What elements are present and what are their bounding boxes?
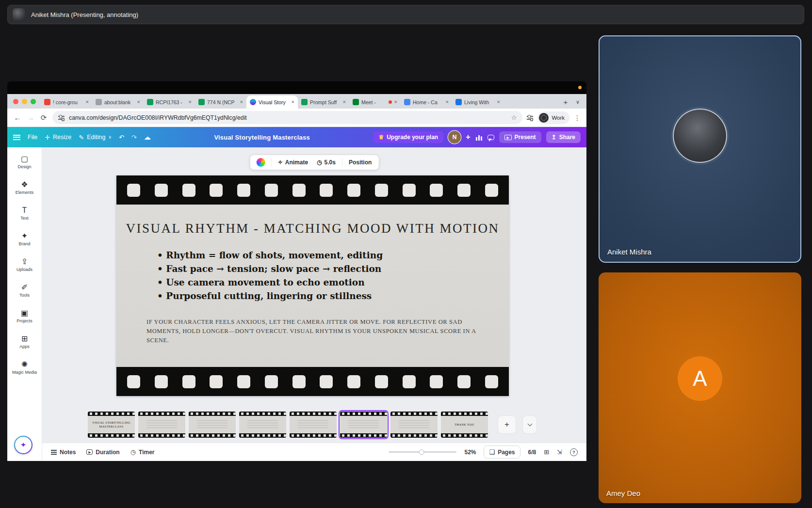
browser-tab[interactable]: Prompt Suff× (298, 95, 349, 109)
redo-button[interactable]: ↷ (131, 134, 137, 141)
expand-pages-button[interactable] (522, 415, 537, 434)
tab-title: Prompt Suff (310, 99, 341, 105)
slide-bullet-list: Rhythm = flow of shots, movement, editin… (157, 249, 509, 303)
sprocket-hole (347, 375, 360, 388)
maximize-window-icon[interactable] (31, 99, 36, 104)
browser-menu-icon[interactable]: ⋮ (574, 114, 581, 122)
tab-search-icon[interactable]: ∨ (572, 95, 584, 109)
video-tile-aniket[interactable]: Aniket Mishra (599, 35, 801, 263)
site-settings-icon[interactable] (58, 115, 65, 120)
profile-chip[interactable]: Work (537, 111, 569, 124)
browser-tab[interactable]: Meet - × (349, 95, 401, 109)
sidebar-item-projects[interactable]: ▣Projects (9, 303, 41, 329)
sidebar-item-elements[interactable]: ❖Elements (9, 175, 41, 201)
url-text[interactable]: canva.com/design/DAGrcOE008I/iRYWRdbfVg6… (69, 114, 507, 121)
sidebar-item-apps[interactable]: ⊞Apps (9, 329, 41, 355)
page-thumbnail[interactable] (390, 412, 438, 438)
tab-favicon-icon (44, 99, 50, 105)
apps-icon: ⊞ (21, 335, 28, 343)
zoom-level[interactable]: 52% (464, 449, 476, 456)
tab-close-icon[interactable]: × (189, 99, 192, 105)
sidebar-item-brand[interactable]: ✦Brand (9, 226, 41, 252)
fullscreen-icon[interactable]: ⇲ (557, 448, 562, 456)
help-button[interactable]: ? (570, 448, 578, 456)
page-thumbnail[interactable]: VISUAL STORYTELLING MASTERCLASS (88, 412, 135, 438)
animate-button[interactable]: ✧ Animate (274, 157, 312, 168)
slide-canvas[interactable]: VISUAL RHYTHM - MATCHING MOOD WITH MOTIO… (116, 175, 509, 396)
tab-close-icon[interactable]: × (343, 99, 346, 105)
thumb-filmstrip-band (138, 412, 185, 416)
browser-tab[interactable]: 774 N (NCP× (195, 95, 246, 109)
sidebar-item-design[interactable]: ▢Design (9, 149, 41, 175)
page-thumbnail[interactable] (138, 412, 185, 438)
tab-close-icon[interactable]: × (137, 99, 140, 105)
sprocket-hole (265, 375, 278, 388)
tab-close-icon[interactable]: × (240, 99, 243, 105)
page-thumbnail[interactable] (290, 412, 337, 438)
page-thumbnail[interactable] (189, 412, 236, 438)
comments-icon[interactable] (487, 135, 494, 140)
undo-button[interactable]: ↶ (119, 134, 124, 141)
zoom-slider-knob[interactable] (419, 449, 424, 455)
tab-favicon-icon (301, 99, 308, 105)
browser-tab[interactable]: RCPI1763 -× (144, 95, 195, 109)
editing-mode-dropdown[interactable]: ✎ Editing ∨ (79, 134, 112, 141)
extensions-icon[interactable] (527, 115, 533, 120)
resize-button[interactable]: ✛ Resize (45, 134, 71, 141)
page-thumbnail[interactable] (340, 412, 387, 438)
brand-icon: ✦ (21, 232, 28, 240)
uploads-icon: ⇪ (21, 258, 28, 266)
duration-panel-button[interactable]: ▶ Duration (86, 449, 119, 456)
minimize-window-icon[interactable] (22, 99, 27, 104)
zoom-slider[interactable] (389, 451, 456, 453)
sidebar-item-magic-media[interactable]: ✺Magic Media (9, 355, 41, 381)
browser-tab[interactable]: Living With× (452, 95, 503, 109)
sidebar-item-tools[interactable]: ✐Tools (9, 278, 41, 303)
share-button[interactable]: ↥ Share (546, 131, 581, 143)
thumb-content (340, 416, 387, 433)
pages-button[interactable]: ❏ Pages (484, 445, 520, 459)
browser-tab[interactable]: about:blank× (92, 95, 144, 109)
undo-icon: ↶ (119, 134, 124, 141)
present-button[interactable]: ▶ Present (499, 131, 541, 143)
thumb-text-lines (247, 420, 278, 429)
tab-close-icon[interactable]: × (497, 99, 500, 105)
back-icon[interactable]: ← (13, 113, 22, 122)
new-tab-button[interactable]: + (559, 95, 572, 109)
sidebar-item-uploads[interactable]: ⇪Uploads (9, 252, 41, 278)
sidebar-item-text[interactable]: TText (9, 201, 41, 226)
invite-member-button[interactable]: + (466, 133, 470, 142)
timer-button[interactable]: ◷ Timer (130, 448, 155, 456)
insights-chart-icon[interactable] (475, 134, 483, 141)
grid-view-icon[interactable]: ⊞ (544, 448, 549, 456)
account-avatar[interactable]: N (448, 131, 461, 143)
thumb-filmstrip-band (340, 433, 387, 438)
color-wheel-icon[interactable] (257, 158, 265, 167)
browser-tab[interactable]: ! core-grou× (41, 95, 92, 109)
page-thumbnail[interactable] (239, 412, 286, 438)
thumb-filmstrip-band (441, 433, 488, 438)
browser-tab[interactable]: Home - Ca× (401, 95, 452, 109)
bookmark-star-icon[interactable]: ☆ (511, 114, 517, 121)
canva-assistant-button[interactable]: ✦ (14, 436, 32, 454)
close-window-icon[interactable] (13, 99, 18, 104)
reload-icon[interactable]: ⟳ (39, 113, 48, 122)
notes-button[interactable]: Notes (51, 449, 76, 456)
page-thumbnail[interactable]: THANK YOU (441, 412, 488, 438)
video-tile-amey[interactable]: A Amey Deo (599, 272, 801, 503)
tab-close-icon[interactable]: × (394, 99, 397, 105)
add-page-button[interactable]: + (498, 415, 516, 434)
duration-button[interactable]: ◷ 5.0s (313, 157, 340, 168)
position-button[interactable]: Position (345, 157, 375, 168)
file-menu[interactable]: File (28, 134, 37, 141)
hamburger-menu-icon[interactable] (13, 135, 20, 140)
thumb-filmstrip-band (290, 433, 337, 438)
upgrade-plan-button[interactable]: ♛ Upgrade your plan (373, 131, 443, 143)
browser-tab[interactable]: Visual Story× (246, 95, 298, 109)
omnibox[interactable]: canva.com/design/DAGrcOE008I/iRYWRdbfVg6… (52, 111, 522, 124)
tab-close-icon[interactable]: × (292, 99, 294, 105)
tab-close-icon[interactable]: × (446, 99, 449, 105)
sprocket-hole (320, 375, 333, 388)
design-title[interactable]: Visual Storytelling Masterclass (151, 134, 374, 141)
tab-close-icon[interactable]: × (86, 99, 89, 105)
